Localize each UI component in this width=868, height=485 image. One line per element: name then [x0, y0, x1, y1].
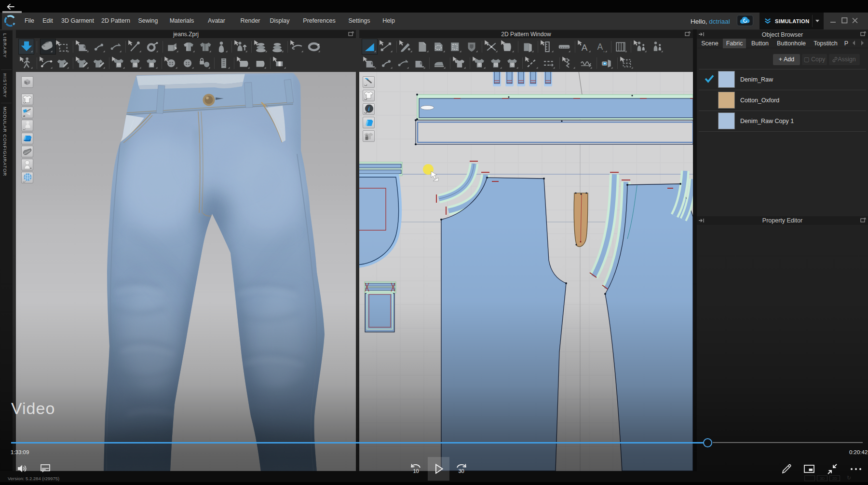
svg-text:,: ,: [603, 47, 605, 53]
svg-text:A: A: [582, 42, 588, 53]
svg-text:10: 10: [413, 468, 419, 474]
svg-text:30: 30: [459, 468, 464, 474]
svg-text:A: A: [597, 42, 603, 52]
